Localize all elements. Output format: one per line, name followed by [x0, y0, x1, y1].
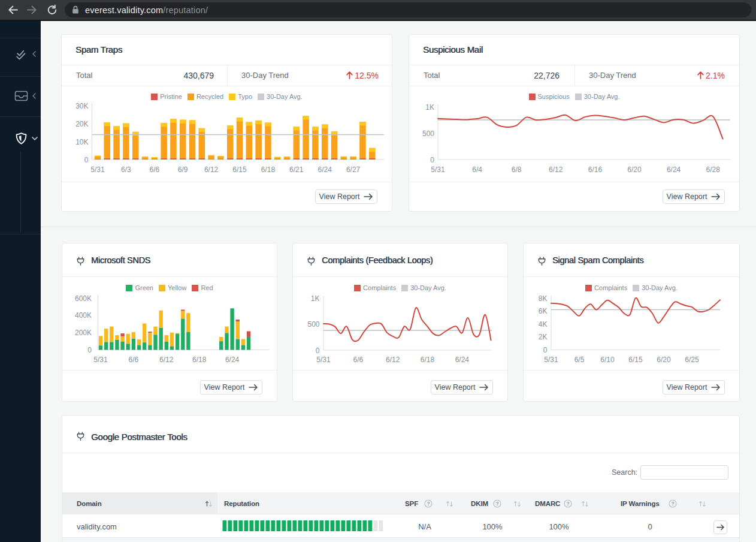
svg-text:6/12: 6/12 — [204, 165, 219, 174]
svg-text:6/21: 6/21 — [289, 165, 304, 174]
svg-text:0: 0 — [87, 346, 92, 354]
svg-text:6/16: 6/16 — [588, 165, 603, 174]
svg-text:6/10: 6/10 — [600, 356, 615, 364]
svg-text:6/6: 6/6 — [149, 165, 159, 174]
svg-text:6/3: 6/3 — [121, 165, 131, 174]
svg-text:0: 0 — [543, 346, 548, 354]
svg-text:600K: 600K — [75, 294, 92, 303]
svg-text:6/15: 6/15 — [628, 356, 643, 364]
svg-text:6/5: 6/5 — [574, 356, 585, 364]
svg-text:6/20: 6/20 — [627, 165, 642, 174]
svg-text:1K: 1K — [311, 294, 320, 303]
svg-text:20K: 20K — [75, 120, 88, 128]
svg-text:1K: 1K — [425, 103, 434, 112]
svg-text:6/24: 6/24 — [455, 356, 470, 364]
svg-text:6/4: 6/4 — [472, 165, 482, 174]
svg-text:4K: 4K — [539, 320, 548, 329]
svg-text:200K: 200K — [75, 329, 92, 337]
svg-text:6/12: 6/12 — [159, 356, 174, 364]
svg-text:?: ? — [427, 501, 430, 507]
svg-text:0: 0 — [84, 156, 89, 164]
svg-text:500: 500 — [307, 320, 319, 329]
svg-text:6/28: 6/28 — [706, 165, 721, 174]
svg-text:?: ? — [671, 501, 674, 507]
svg-text:0: 0 — [430, 156, 434, 164]
svg-text:6/9: 6/9 — [178, 165, 188, 174]
svg-text:?: ? — [566, 501, 569, 507]
svg-text:6/6: 6/6 — [129, 356, 139, 364]
svg-text:6/18: 6/18 — [261, 165, 276, 174]
svg-text:6/15: 6/15 — [232, 165, 247, 174]
svg-text:10K: 10K — [75, 138, 88, 146]
svg-text:5/31: 5/31 — [431, 165, 445, 174]
svg-text:5/31: 5/31 — [316, 356, 331, 364]
svg-text:8K: 8K — [539, 294, 548, 303]
svg-text:6/24: 6/24 — [225, 356, 240, 364]
svg-text:5/31: 5/31 — [93, 356, 108, 364]
svg-text:6/18: 6/18 — [192, 356, 207, 364]
svg-text:6/6: 6/6 — [353, 356, 363, 364]
svg-text:0: 0 — [316, 347, 320, 355]
svg-text:5/31: 5/31 — [90, 165, 105, 174]
svg-text:5/31: 5/31 — [544, 356, 558, 364]
svg-text:6/12: 6/12 — [549, 165, 563, 174]
svg-text:6/25: 6/25 — [685, 356, 699, 364]
svg-text:6/20: 6/20 — [657, 356, 671, 364]
svg-text:2K: 2K — [539, 333, 548, 341]
svg-text:6/8: 6/8 — [512, 165, 522, 174]
svg-text:400K: 400K — [75, 311, 92, 320]
svg-text:6K: 6K — [539, 307, 548, 315]
svg-text:6/12: 6/12 — [386, 356, 400, 364]
svg-text:6/18: 6/18 — [421, 356, 435, 364]
svg-text:6/24: 6/24 — [667, 165, 681, 174]
svg-text:?: ? — [495, 501, 498, 507]
svg-text:30K: 30K — [75, 102, 88, 110]
svg-text:6/27: 6/27 — [346, 165, 361, 174]
svg-text:500: 500 — [422, 130, 434, 138]
svg-text:6/24: 6/24 — [318, 165, 332, 174]
